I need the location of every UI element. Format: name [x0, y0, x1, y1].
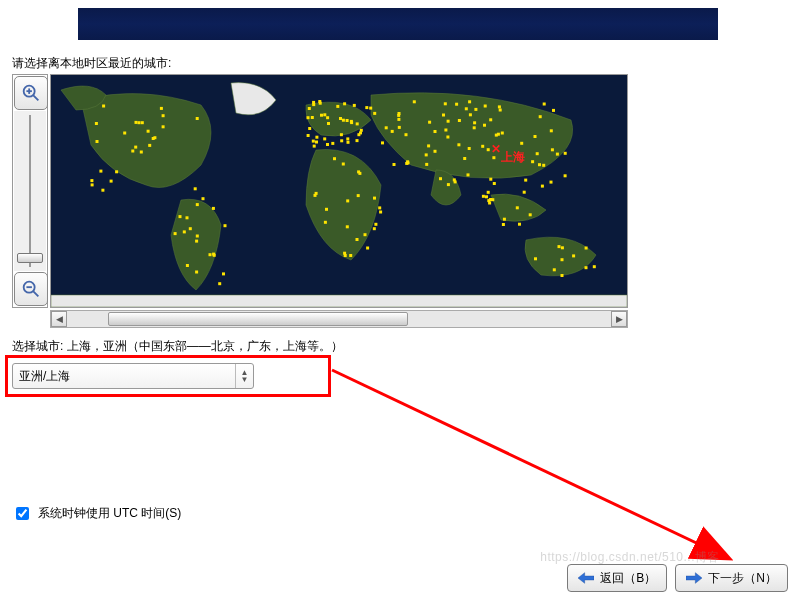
svg-rect-44	[212, 207, 215, 210]
city-prefix: 选择城市:	[12, 339, 63, 353]
svg-rect-156	[524, 179, 527, 182]
world-map[interactable]: ✕ 上海	[50, 74, 628, 308]
utc-checkbox-row[interactable]: 系统时钟使用 UTC 时间(S)	[12, 504, 181, 523]
zoom-control	[12, 74, 48, 308]
back-button-label: 返回（B）	[600, 570, 656, 587]
svg-rect-182	[498, 105, 501, 108]
svg-rect-134	[425, 153, 428, 156]
svg-rect-16	[141, 121, 144, 124]
svg-rect-169	[492, 156, 495, 159]
timezone-select-spinner[interactable]: ▲ ▼	[235, 364, 253, 388]
svg-rect-199	[593, 265, 596, 268]
svg-rect-117	[539, 115, 542, 118]
scroll-left-button[interactable]: ◀	[51, 311, 67, 327]
map-horizontal-scrollbar[interactable]: ◀ ▶	[50, 310, 628, 328]
timezone-select[interactable]: 亚洲/上海 ▲ ▼	[12, 363, 254, 389]
svg-rect-58	[350, 121, 353, 124]
scroll-track[interactable]	[68, 312, 610, 326]
svg-rect-193	[487, 191, 490, 194]
svg-rect-20	[194, 187, 197, 190]
svg-rect-175	[463, 157, 466, 160]
back-button[interactable]: 返回（B）	[567, 564, 667, 592]
svg-rect-138	[397, 118, 400, 121]
svg-rect-21	[96, 140, 99, 143]
svg-rect-161	[391, 130, 394, 133]
svg-rect-37	[174, 232, 177, 235]
svg-rect-201	[561, 246, 564, 249]
svg-rect-47	[222, 272, 225, 275]
svg-rect-67	[346, 137, 349, 140]
svg-rect-56	[313, 145, 316, 148]
svg-rect-97	[349, 254, 352, 257]
svg-rect-172	[468, 100, 471, 103]
svg-rect-17	[162, 114, 165, 117]
svg-rect-189	[485, 195, 488, 198]
svg-rect-115	[439, 177, 442, 180]
svg-rect-14	[115, 170, 118, 173]
zoom-slider-handle[interactable]	[17, 253, 43, 263]
header-banner	[78, 8, 718, 40]
svg-rect-181	[385, 126, 388, 129]
svg-rect-90	[315, 141, 318, 144]
svg-rect-147	[564, 152, 567, 155]
svg-rect-24	[162, 125, 165, 128]
svg-rect-148	[444, 129, 447, 132]
svg-rect-177	[413, 100, 416, 103]
zoom-slider-track[interactable]	[14, 111, 46, 271]
svg-rect-82	[326, 116, 329, 119]
next-button[interactable]: 下一步（N）	[675, 564, 788, 592]
svg-rect-15	[160, 107, 163, 110]
svg-rect-171	[381, 141, 384, 144]
svg-rect-76	[336, 105, 339, 108]
svg-rect-10	[95, 122, 98, 125]
svg-rect-159	[550, 129, 553, 132]
svg-rect-86	[308, 127, 311, 130]
utc-checkbox[interactable]	[16, 507, 29, 520]
svg-rect-165	[469, 113, 472, 116]
svg-rect-57	[340, 139, 343, 142]
arrow-right-icon	[686, 572, 702, 584]
svg-rect-143	[556, 153, 559, 156]
svg-rect-110	[333, 157, 336, 160]
utc-checkbox-label: 系统时钟使用 UTC 时间(S)	[38, 505, 181, 522]
svg-rect-39	[224, 224, 227, 227]
svg-rect-70	[327, 122, 330, 125]
city-value: 上海，亚洲（中国东部——北京，广东，上海等。）	[67, 339, 343, 353]
svg-rect-31	[110, 180, 113, 183]
nav-buttons: 返回（B） 下一步（N）	[567, 564, 788, 592]
svg-rect-204	[561, 274, 564, 277]
annotation-arrow	[330, 348, 770, 580]
svg-rect-186	[529, 213, 532, 216]
svg-rect-131	[483, 124, 486, 127]
svg-rect-64	[323, 137, 326, 140]
svg-rect-72	[323, 113, 326, 116]
svg-rect-109	[325, 208, 328, 211]
svg-rect-62	[359, 131, 362, 134]
svg-rect-63	[356, 139, 359, 142]
svg-rect-88	[347, 141, 350, 144]
svg-rect-162	[447, 183, 450, 186]
scroll-right-button[interactable]: ▶	[611, 311, 627, 327]
svg-rect-112	[314, 194, 317, 197]
svg-rect-42	[196, 235, 199, 238]
svg-rect-11	[134, 146, 137, 149]
svg-rect-35	[179, 215, 182, 218]
svg-rect-158	[465, 107, 468, 110]
svg-rect-200	[553, 268, 556, 271]
zoom-out-button[interactable]	[14, 272, 48, 306]
svg-rect-50	[189, 227, 192, 230]
svg-rect-96	[366, 247, 369, 250]
svg-rect-19	[102, 105, 105, 108]
svg-rect-48	[212, 253, 215, 256]
svg-rect-25	[101, 189, 104, 192]
svg-rect-119	[551, 148, 554, 151]
svg-rect-198	[561, 258, 564, 261]
svg-rect-163	[536, 152, 539, 155]
scroll-thumb[interactable]	[108, 312, 408, 326]
svg-rect-43	[186, 216, 189, 219]
selected-city-label: 上海	[500, 150, 525, 164]
svg-rect-190	[516, 206, 519, 209]
svg-rect-85	[320, 114, 323, 117]
svg-rect-206	[558, 245, 561, 248]
zoom-in-button[interactable]	[14, 76, 48, 110]
